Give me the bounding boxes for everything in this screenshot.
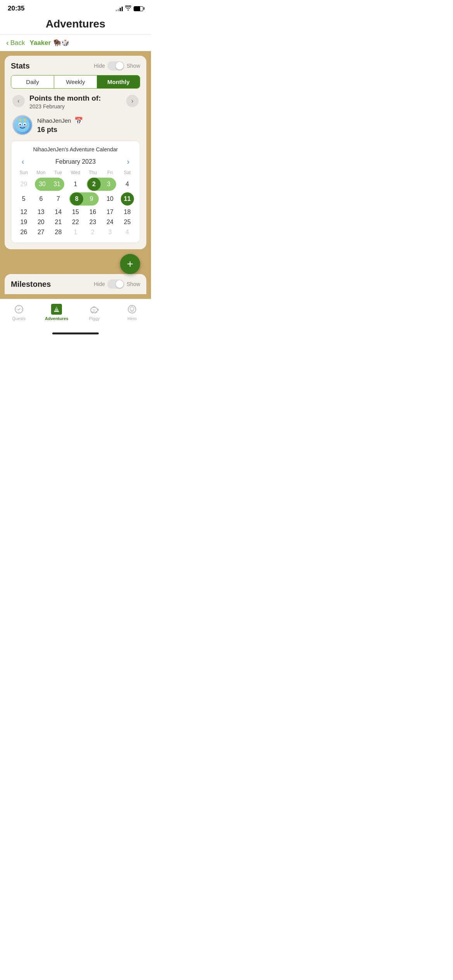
piggy-icon: [89, 304, 100, 315]
svg-point-12: [93, 309, 94, 310]
nav-bar: ‹ Back Yaaker 🦬🎲: [0, 34, 151, 51]
calendar-title: NihaoJenJen's Adventure Calendar: [15, 146, 136, 152]
milestones-hide-label: Hide: [94, 281, 105, 287]
user-points: 16 pts: [37, 126, 139, 134]
day-3[interactable]: 3: [101, 178, 119, 191]
tab-piggy[interactable]: Piggy: [76, 302, 113, 322]
svg-line-14: [91, 312, 92, 313]
calendar-username: NihaoJenJen: [37, 117, 71, 124]
day-11[interactable]: 11: [118, 191, 136, 207]
day-next-3[interactable]: 3: [101, 227, 119, 237]
day-next-2[interactable]: 2: [84, 227, 101, 237]
day-7[interactable]: 7: [50, 191, 67, 207]
month-info: Points the month of: 2023 February: [25, 94, 126, 110]
day-2[interactable]: 2: [84, 178, 101, 191]
next-month-button[interactable]: ›: [126, 95, 139, 107]
day-20[interactable]: 20: [33, 217, 50, 227]
month-heading: Points the month of:: [29, 94, 126, 103]
tab-weekly[interactable]: Weekly: [54, 75, 97, 88]
user-row: NihaoJenJen 📅 16 pts: [11, 115, 140, 135]
day-23[interactable]: 23: [84, 217, 101, 227]
milestones-title: Milestones: [11, 280, 51, 289]
user-emojis: 🦬🎲: [53, 39, 69, 47]
milestones-toggle[interactable]: [107, 279, 124, 289]
day-28[interactable]: 28: [50, 227, 67, 237]
day-25[interactable]: 25: [118, 217, 136, 227]
stats-toggle[interactable]: [107, 61, 124, 70]
day-9[interactable]: 9: [84, 191, 101, 207]
day-12[interactable]: 12: [15, 207, 33, 217]
back-label: Back: [10, 39, 25, 47]
day-26[interactable]: 26: [15, 227, 33, 237]
day-24[interactable]: 24: [101, 217, 119, 227]
tab-adventures[interactable]: Adventures: [38, 302, 76, 322]
month-nav: ‹ Points the month of: 2023 February ›: [11, 94, 140, 110]
day-16[interactable]: 16: [84, 207, 101, 217]
tab-quests[interactable]: Quests: [0, 302, 38, 322]
col-sun: Sun: [15, 170, 33, 178]
table-row: 19 20 21 22 23 24 25: [15, 217, 136, 227]
add-fab[interactable]: +: [120, 254, 140, 274]
day-19[interactable]: 19: [15, 217, 33, 227]
table-row: 5 6 7 8 9: [15, 191, 136, 207]
svg-point-8: [25, 125, 27, 128]
user-name: Yaaker: [29, 39, 51, 47]
day-22[interactable]: 22: [67, 217, 84, 227]
calendar-header-row: Sun Mon Tue Wed Thu Fri Sat: [15, 170, 136, 178]
calendar-container: NihaoJenJen's Adventure Calendar ‹ Febru…: [11, 140, 140, 243]
period-tabs: Daily Weekly Monthly: [11, 75, 140, 89]
cal-prev-button[interactable]: ‹: [17, 157, 28, 166]
day-1[interactable]: 1: [67, 178, 84, 191]
stats-toggle-row: Hide Show: [94, 61, 140, 70]
stats-title: Stats: [11, 62, 30, 70]
svg-point-1: [19, 119, 21, 121]
status-bar: 20:35: [0, 0, 151, 15]
day-14[interactable]: 14: [50, 207, 67, 217]
day-next-1[interactable]: 1: [67, 227, 84, 237]
back-button[interactable]: ‹ Back: [6, 38, 25, 47]
tab-daily[interactable]: Daily: [11, 75, 54, 88]
day-30[interactable]: 30: [33, 178, 50, 191]
user-info: NihaoJenJen 📅 16 pts: [37, 117, 139, 134]
tab-hero[interactable]: Hero: [113, 302, 151, 322]
tab-bar: Quests Adventures: [0, 299, 151, 330]
tab-quests-label: Quests: [12, 316, 26, 321]
cal-next-button[interactable]: ›: [123, 157, 134, 166]
calendar-icon[interactable]: 📅: [74, 117, 83, 125]
tab-monthly[interactable]: Monthly: [97, 75, 140, 88]
day-4[interactable]: 4: [118, 178, 136, 191]
home-bar: [52, 332, 99, 334]
svg-point-5: [19, 124, 21, 125]
day-27[interactable]: 27: [33, 227, 50, 237]
day-next-4[interactable]: 4: [118, 227, 136, 237]
day-8[interactable]: 8: [67, 191, 84, 207]
svg-point-13: [94, 309, 95, 310]
wifi-icon: [125, 5, 131, 12]
col-mon: Mon: [33, 170, 50, 178]
svg-point-7: [17, 125, 20, 128]
day-18[interactable]: 18: [118, 207, 136, 217]
day-29[interactable]: 29: [15, 178, 33, 191]
col-sat: Sat: [118, 170, 136, 178]
stats-card: Stats Hide Show Daily Weekly Monthly ‹ P…: [5, 56, 146, 249]
quests-icon: [14, 304, 24, 315]
day-15[interactable]: 15: [67, 207, 84, 217]
day-13[interactable]: 13: [33, 207, 50, 217]
svg-line-15: [93, 312, 93, 314]
svg-line-17: [96, 312, 97, 313]
signal-icon: [116, 6, 123, 11]
day-17[interactable]: 17: [101, 207, 119, 217]
hide-label: Hide: [94, 63, 105, 69]
home-indicator: [0, 330, 151, 338]
prev-month-button[interactable]: ‹: [12, 95, 25, 107]
day-6[interactable]: 6: [33, 191, 50, 207]
calendar-grid: Sun Mon Tue Wed Thu Fri Sat 29: [15, 170, 136, 237]
status-icons: [116, 5, 143, 12]
day-31[interactable]: 31: [50, 178, 67, 191]
svg-point-6: [24, 124, 26, 125]
cal-month-nav: ‹ February 2023 ›: [15, 157, 136, 166]
day-21[interactable]: 21: [50, 217, 67, 227]
day-5[interactable]: 5: [15, 191, 33, 207]
stats-header: Stats Hide Show: [11, 61, 140, 70]
day-10[interactable]: 10: [101, 191, 119, 207]
